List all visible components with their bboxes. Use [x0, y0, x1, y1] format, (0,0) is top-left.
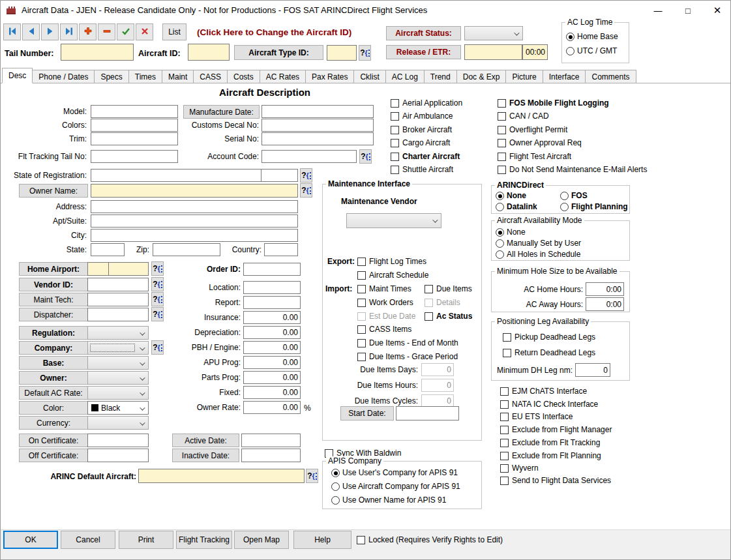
tab-cklist[interactable]: Cklist [354, 70, 385, 83]
due-items-end-of-month-label[interactable]: Due Items - End of Month [369, 338, 458, 348]
home-airport-name-input[interactable] [108, 262, 149, 276]
nata-ic-check-interface-label[interactable]: NATA IC Check Interface [512, 400, 598, 409]
availability-all-holes-radio[interactable] [496, 250, 504, 259]
arincdirect-datalink-label[interactable]: Datalink [507, 202, 537, 212]
apis-aircraft-company-radio[interactable] [331, 482, 340, 491]
currency-dropdown[interactable] [87, 416, 149, 430]
tab-ac-log[interactable]: AC Log [386, 70, 425, 83]
availability-all-holes-label[interactable]: All Holes in Schedule [507, 250, 580, 259]
base-dropdown[interactable] [87, 356, 149, 370]
next-record-button[interactable] [41, 23, 59, 40]
aircraft-type-id-input[interactable] [327, 45, 357, 61]
overflight-permit-label[interactable]: Overflight Permit [509, 125, 567, 135]
maintenance-vendor-dropdown[interactable] [346, 213, 441, 228]
country-input[interactable] [264, 243, 298, 256]
tab-trend[interactable]: Trend [425, 70, 457, 83]
ejm-chats-interface-checkbox[interactable] [500, 387, 509, 396]
export-flight-log-times-checkbox[interactable] [357, 258, 366, 266]
send-flight-data-services-checkbox[interactable] [500, 477, 509, 485]
vendor-id-input[interactable] [87, 278, 149, 291]
state-of-registration-input[interactable] [91, 169, 261, 182]
due-items-grace-period-label[interactable]: Due Items - Grace Period [369, 352, 458, 362]
pickup-deadhead-legs-label[interactable]: Pickup Deadhead Legs [515, 332, 595, 342]
apis-aircraft-company-label[interactable]: Use Aircraft Company for APIS 91 [342, 482, 460, 492]
air-ambulance-label[interactable]: Air Ambulance [402, 111, 453, 121]
regulation-dropdown[interactable] [87, 326, 149, 340]
on-certificate-input[interactable] [87, 434, 149, 447]
start-date-input[interactable] [396, 406, 459, 420]
shuttle-aircraft-checkbox[interactable] [391, 166, 399, 174]
tab-ac-rates[interactable]: AC Rates [260, 70, 306, 83]
charter-aircraft-label[interactable]: Charter Aircraft [402, 152, 460, 162]
default-ac-rate-dropdown[interactable] [87, 386, 149, 400]
on-certificate-button[interactable]: On Certificate: [19, 434, 88, 447]
order-id-input[interactable] [243, 263, 301, 276]
shuttle-aircraft-label[interactable]: Shuttle Aircraft [402, 165, 453, 175]
maint-tech-input[interactable] [87, 293, 149, 306]
no-maintenance-email-alerts-checkbox[interactable] [498, 166, 506, 174]
flt-tracking-tail-input[interactable] [91, 150, 178, 163]
availability-manual-label[interactable]: Manually Set by User [507, 239, 581, 248]
due-items-cycles-input[interactable] [421, 394, 454, 407]
ejm-chats-interface-label[interactable]: EJM ChATS Interface [512, 387, 587, 396]
zip-input[interactable] [153, 243, 220, 256]
owner-approval-req-checkbox[interactable] [498, 139, 506, 147]
vendor-id-button[interactable]: Vendor ID: [19, 278, 88, 291]
fixed-input[interactable] [243, 386, 301, 399]
account-code-help-button[interactable]: ?{ [359, 149, 372, 164]
dispatcher-input[interactable] [87, 308, 149, 321]
company-dropdown[interactable] [87, 341, 149, 355]
export-aircraft-schedule-label[interactable]: Aircraft Schedule [369, 271, 428, 280]
tab-specs[interactable]: Specs [95, 70, 128, 83]
wyvern-label[interactable]: Wyvern [512, 464, 539, 473]
manufacture-date-button[interactable]: Manufacture Date: [183, 105, 260, 119]
maint-tech-help-button[interactable]: ?{ [151, 292, 164, 306]
release-etr-button[interactable]: Release / ETR: [386, 45, 461, 59]
cancel-edit-button[interactable] [136, 23, 153, 40]
base-button[interactable]: Base: [19, 356, 88, 370]
can-cad-label[interactable]: CAN / CAD [509, 111, 549, 121]
export-aircraft-schedule-checkbox[interactable] [357, 271, 366, 280]
dispatcher-button[interactable]: Dispatcher: [19, 308, 88, 321]
can-cad-checkbox[interactable] [498, 112, 506, 121]
no-maintenance-email-alerts-label[interactable]: Do Not Send Maintenance E-Mail Alerts [509, 165, 647, 175]
home-airport-help-button[interactable]: ?{ [151, 261, 164, 276]
company-help-button[interactable]: ?{ [151, 340, 164, 355]
report-input[interactable] [243, 296, 301, 309]
apis-owner-name-label[interactable]: Use Owner Name for APIS 91 [342, 495, 446, 505]
cargo-aircraft-label[interactable]: Cargo Aircraft [402, 138, 450, 148]
off-certificate-input[interactable] [87, 449, 149, 462]
tab-pax-rates[interactable]: Pax Rates [306, 70, 354, 83]
maximize-button[interactable]: □ [678, 3, 698, 18]
currency-button[interactable]: Currency: [19, 416, 88, 430]
delete-record-button[interactable] [98, 23, 115, 40]
broker-aircraft-label[interactable]: Broker Aircraft [402, 125, 452, 135]
inactive-date-button[interactable]: Inactive Date: [172, 449, 239, 462]
import-ac-status-label[interactable]: Ac Status [436, 312, 472, 321]
pbh-engine-input[interactable] [243, 341, 301, 354]
home-airport-button[interactable]: Home Airport: [19, 262, 88, 276]
first-record-button[interactable] [3, 23, 21, 40]
owner-dropdown[interactable] [87, 371, 149, 385]
release-etr-time-input[interactable] [522, 44, 548, 60]
save-record-button[interactable] [117, 23, 134, 40]
minimize-button[interactable]: — [648, 3, 668, 18]
apu-prog-input[interactable] [243, 356, 301, 369]
aircraft-status-dropdown[interactable] [464, 26, 523, 40]
locked-checkbox[interactable] [357, 536, 365, 544]
import-maint-times-checkbox[interactable] [357, 285, 366, 293]
manufacture-date-input[interactable] [261, 105, 374, 118]
vendor-id-help-button[interactable]: ?{ [151, 277, 164, 291]
exclude-flt-tracking-checkbox[interactable] [500, 439, 509, 447]
due-items-hours-input[interactable] [421, 379, 454, 392]
import-ac-status-checkbox[interactable] [425, 312, 433, 321]
address-input[interactable] [91, 200, 298, 213]
pickup-deadhead-legs-checkbox[interactable] [503, 333, 511, 342]
change-aircraft-id-link[interactable]: (Click Here to Change the Aircraft ID) [197, 26, 351, 39]
home-airport-icao-input[interactable] [87, 262, 109, 276]
aircraft-status-button[interactable]: Aircraft Status: [386, 26, 461, 40]
apt-suite-input[interactable] [91, 214, 298, 228]
availability-manual-radio[interactable] [496, 239, 504, 248]
cancel-button[interactable]: Cancel [61, 531, 115, 549]
off-certificate-button[interactable]: Off Certificate: [19, 449, 88, 462]
